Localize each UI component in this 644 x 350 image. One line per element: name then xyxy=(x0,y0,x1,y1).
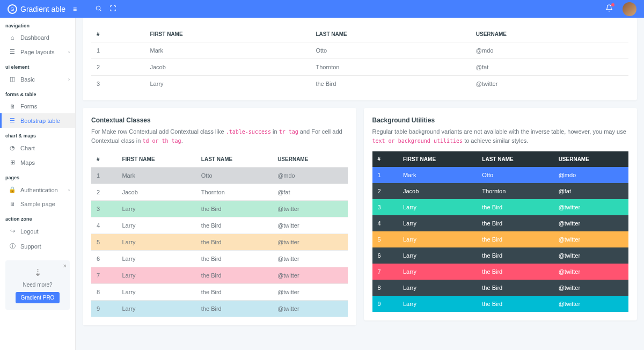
card-basic-table: #FIRST NAMELAST NAMEUSERNAME 1MarkOtto@m… xyxy=(83,18,637,100)
nav-label: Page layouts xyxy=(20,49,55,55)
sidebar-item-sample-page[interactable]: 🗎Sample page xyxy=(0,197,75,211)
table-cell: @twitter xyxy=(272,234,347,251)
table-cell: @twitter xyxy=(272,201,347,217)
table-cell: @twitter xyxy=(272,284,347,301)
download-icon: ⇣ xyxy=(10,267,65,279)
nav-label: Basic xyxy=(20,76,35,83)
card-title: Background Utilities xyxy=(372,116,629,124)
table-cell: @fat xyxy=(471,59,628,76)
fullscreen-icon[interactable] xyxy=(109,5,116,13)
table-cell: 9 xyxy=(372,296,398,312)
table-row: 6Larrythe Bird@twitter xyxy=(91,251,348,267)
table-cell: the Bird xyxy=(196,251,272,267)
table-cell: the Bird xyxy=(196,234,272,251)
brand-logo[interactable]: G Gradient able xyxy=(8,4,65,14)
sidebar-item-maps[interactable]: ⊞Maps xyxy=(0,155,75,170)
table-cell: 7 xyxy=(372,264,398,280)
table-cell: @twitter xyxy=(553,280,628,296)
nav-section-label: navigation xyxy=(0,18,75,31)
table-cell: @twitter xyxy=(272,251,347,267)
nav-icon: ⊞ xyxy=(9,159,16,166)
notification-icon[interactable] xyxy=(605,4,613,13)
table-cell: 7 xyxy=(91,267,116,284)
table-cell: Mark xyxy=(398,167,477,183)
table-row: 1MarkOtto@mdo xyxy=(91,167,348,184)
table-header: FIRST NAME xyxy=(116,151,195,167)
table-cell: Jacob xyxy=(145,59,311,76)
table-cell: Larry xyxy=(398,280,477,296)
sidebar-item-forms[interactable]: 🗎Forms xyxy=(0,99,75,113)
table-header: USERNAME xyxy=(471,26,628,42)
nav-icon: 🗎 xyxy=(9,201,16,207)
table-cell: Larry xyxy=(398,247,477,264)
nav-label: Authentication xyxy=(20,187,58,193)
table-cell: Jacob xyxy=(116,184,195,201)
svg-line-1 xyxy=(100,9,101,11)
table-cell: Larry xyxy=(398,215,477,231)
promo-text: Need more? xyxy=(10,282,65,288)
menu-toggle-icon[interactable]: ≡ xyxy=(73,5,77,13)
table-cell: Larry xyxy=(116,301,195,317)
table-cell: @twitter xyxy=(553,231,628,247)
table-row: 5Larrythe Bird@twitter xyxy=(372,231,629,247)
table-cell: Otto xyxy=(196,167,272,184)
main-content: #FIRST NAMELAST NAMEUSERNAME 1MarkOtto@m… xyxy=(76,18,644,340)
table-cell: 4 xyxy=(91,217,116,234)
sidebar-item-authentication[interactable]: 🔒Authentication› xyxy=(0,183,75,197)
table-cell: Thornton xyxy=(477,183,553,199)
nav-icon: ◔ xyxy=(9,144,16,151)
sidebar-item-chart[interactable]: ◔Chart xyxy=(0,141,75,155)
nav-icon: ↪ xyxy=(9,228,16,235)
table-cell: Otto xyxy=(310,42,470,59)
sidebar-item-support[interactable]: ⓘSupport xyxy=(0,238,75,254)
table-header: # xyxy=(372,151,398,167)
table-cell: 9 xyxy=(91,301,116,317)
table-cell: the Bird xyxy=(477,231,553,247)
table-cell: 1 xyxy=(91,42,145,59)
nav-section-label: ui element xyxy=(0,59,75,72)
sidebar-item-basic[interactable]: ◫Basic› xyxy=(0,72,75,86)
sidebar-item-bootstrap-table[interactable]: ☰Bootstrap table xyxy=(0,113,75,128)
table-cell: @twitter xyxy=(553,215,628,231)
user-avatar[interactable] xyxy=(623,2,636,16)
table-row: 4Larrythe Bird@twitter xyxy=(372,215,629,231)
search-icon[interactable] xyxy=(95,5,102,13)
nav-icon: ⌂ xyxy=(9,34,16,41)
table-cell: Larry xyxy=(398,264,477,280)
promo-button[interactable]: Gradient PRO xyxy=(16,292,60,303)
nav-section-label: forms & table xyxy=(0,86,75,99)
table-row: 8Larrythe Bird@twitter xyxy=(91,284,348,301)
table-cell: 6 xyxy=(91,251,116,267)
table-header: # xyxy=(91,26,145,42)
table-cell: the Bird xyxy=(477,199,553,215)
nav-label: Sample page xyxy=(20,201,55,207)
nav-label: Logout xyxy=(20,228,39,235)
promo-box: ×⇣Need more?Gradient PRO xyxy=(5,260,70,310)
table-row: 2JacobThornton@fat xyxy=(91,184,348,201)
table-header: LAST NAME xyxy=(310,26,470,42)
nav-label: Dashboard xyxy=(20,34,49,41)
close-icon[interactable]: × xyxy=(63,262,67,269)
nav-section-label: pages xyxy=(0,170,75,183)
sidebar-item-page-layouts[interactable]: ☰Page layouts› xyxy=(0,45,75,59)
nav-icon: ⓘ xyxy=(9,242,16,250)
nav-icon: ☰ xyxy=(9,48,16,55)
nav-icon: ☰ xyxy=(9,117,16,124)
table-cell: the Bird xyxy=(196,217,272,234)
table-header: USERNAME xyxy=(553,151,628,167)
table-header: LAST NAME xyxy=(477,151,553,167)
table-cell: @twitter xyxy=(272,301,347,317)
table-row: 7Larrythe Bird@twitter xyxy=(372,264,629,280)
chevron-right-icon: › xyxy=(68,187,70,193)
table-cell: Larry xyxy=(116,201,195,217)
table-row: 3Larrythe Bird@twitter xyxy=(91,201,348,217)
table-cell: @twitter xyxy=(272,217,347,234)
table-row: 9Larrythe Bird@twitter xyxy=(372,296,629,312)
table-row: 9Larrythe Bird@twitter xyxy=(91,301,348,317)
table-cell: Larry xyxy=(398,231,477,247)
sidebar-item-logout[interactable]: ↪Logout xyxy=(0,224,75,238)
sidebar-item-dashboard[interactable]: ⌂Dashboard xyxy=(0,31,75,45)
top-header: G Gradient able ≡ xyxy=(0,0,644,18)
table-row: 2JacobThornton@fat xyxy=(372,183,629,199)
table-header: FIRST NAME xyxy=(398,151,477,167)
